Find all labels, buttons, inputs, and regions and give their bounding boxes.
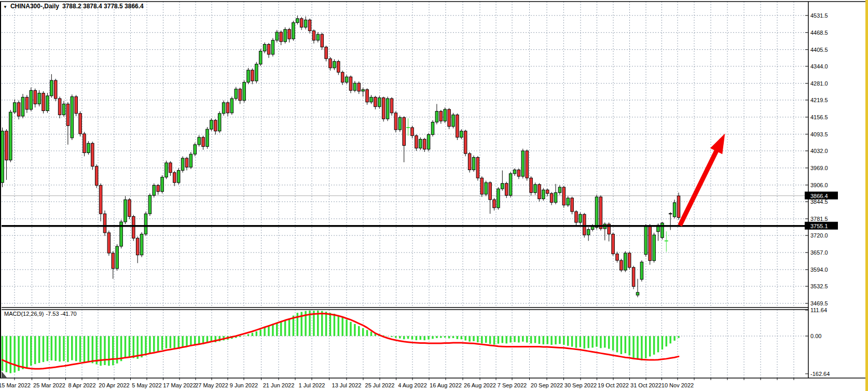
candle	[140, 232, 143, 257]
candle	[513, 168, 516, 176]
candle	[329, 57, 332, 71]
macd-axis-label: -162.64	[810, 371, 830, 377]
candle	[247, 68, 250, 84]
price-axis-label: 3844.5	[810, 199, 828, 205]
date-axis-label: 26 Aug 2022	[464, 382, 496, 388]
candle	[472, 156, 475, 172]
candle	[435, 104, 438, 124]
candle	[419, 137, 422, 150]
candle	[390, 97, 393, 116]
current-price-label: 3866.4	[805, 192, 838, 200]
candle	[132, 215, 135, 241]
date-axis-label: 10 Nov 2022	[662, 382, 694, 388]
candle	[218, 111, 221, 133]
candle	[128, 198, 131, 219]
chart-canvas[interactable]: 4531.54468.54405.54344.04281.04219.54156…	[0, 0, 868, 391]
price-axis-label: 3720.0	[810, 232, 828, 239]
candle	[275, 30, 279, 43]
candle	[456, 114, 459, 140]
candle	[632, 266, 635, 289]
candle	[669, 212, 672, 230]
candle	[526, 149, 529, 180]
candle	[71, 94, 74, 140]
candle	[558, 185, 561, 194]
candle	[673, 200, 676, 218]
candle	[222, 101, 225, 116]
price-axis-label: 3594.0	[810, 267, 828, 273]
candle	[423, 138, 426, 152]
candle	[263, 43, 266, 53]
candle	[230, 96, 233, 115]
candle	[42, 91, 45, 114]
candle	[497, 187, 500, 210]
date-axis-label: 13 Jul 2022	[332, 382, 362, 388]
candle	[444, 107, 447, 123]
macd-axis-label: 0.00	[810, 333, 821, 339]
candle	[91, 142, 94, 170]
candle	[538, 183, 541, 202]
candle	[9, 110, 12, 162]
date-axis-label: 16 Aug 2022	[430, 382, 462, 388]
candle	[394, 111, 397, 133]
candle	[378, 96, 381, 109]
trend-arrow-annotation[interactable]	[680, 133, 725, 225]
candle	[214, 119, 217, 134]
candle	[624, 251, 627, 272]
date-axis-label: 31 Oct 2022	[630, 382, 662, 388]
candle	[161, 175, 164, 193]
candle	[468, 152, 471, 173]
candle	[550, 192, 553, 205]
candle	[333, 59, 336, 70]
candle	[62, 101, 65, 117]
candle	[530, 176, 533, 196]
date-axis-label: 7 Sep 2022	[498, 382, 527, 388]
candle	[448, 108, 451, 129]
candle	[148, 193, 151, 216]
candle	[13, 100, 16, 114]
candle	[316, 32, 320, 43]
price-axis-label: 4032.0	[810, 148, 828, 154]
price-axis-label: 3781.5	[810, 216, 828, 222]
candle	[38, 90, 41, 106]
candle	[296, 16, 299, 24]
price-axis-label: 3532.5	[810, 283, 828, 289]
price-axis-label: 4344.0	[810, 63, 828, 69]
date-axis-label: 17 May 2022	[163, 382, 196, 388]
candle	[489, 181, 492, 214]
candle	[300, 17, 303, 30]
price-axis-label: 4405.5	[810, 47, 828, 53]
candle	[177, 168, 180, 184]
date-axis-label: 1 Jul 2022	[299, 382, 325, 388]
candle	[452, 113, 455, 129]
date-axis-label: 8 Apr 2022	[68, 382, 95, 388]
candle	[181, 156, 184, 172]
candle	[612, 233, 615, 256]
candle	[144, 212, 147, 236]
date-axis-label: 4 Aug 2022	[398, 382, 427, 388]
date-axis-label: 19 Oct 2022	[598, 382, 629, 388]
symbol-dropdown-icon[interactable]: ▼	[3, 5, 7, 9]
chart-title: ▼ CHINA300-,Daily 3788.2 3878.4 3778.5 3…	[3, 3, 144, 10]
candle	[595, 195, 598, 230]
candle	[374, 96, 377, 109]
candle	[665, 231, 668, 252]
candle	[649, 224, 652, 264]
candle	[521, 149, 525, 179]
candle	[415, 134, 418, 151]
date-axis-label: 25 Mar 2022	[33, 382, 65, 388]
candle	[169, 161, 172, 176]
candle	[353, 81, 356, 92]
candle	[653, 233, 656, 263]
mt4-chart-window: 4531.54468.54405.54344.04281.04219.54156…	[0, 0, 868, 391]
candle	[120, 220, 123, 248]
candle	[21, 94, 24, 118]
candle	[464, 130, 467, 156]
candle	[411, 125, 414, 138]
price-axis-label: 4093.5	[810, 131, 828, 137]
candle	[5, 129, 8, 180]
candle	[189, 152, 192, 169]
candle	[99, 184, 102, 221]
date-axis-label: 30 Sep 2022	[564, 382, 597, 388]
price-axis-label: 4219.5	[810, 97, 828, 103]
candle	[284, 27, 287, 44]
